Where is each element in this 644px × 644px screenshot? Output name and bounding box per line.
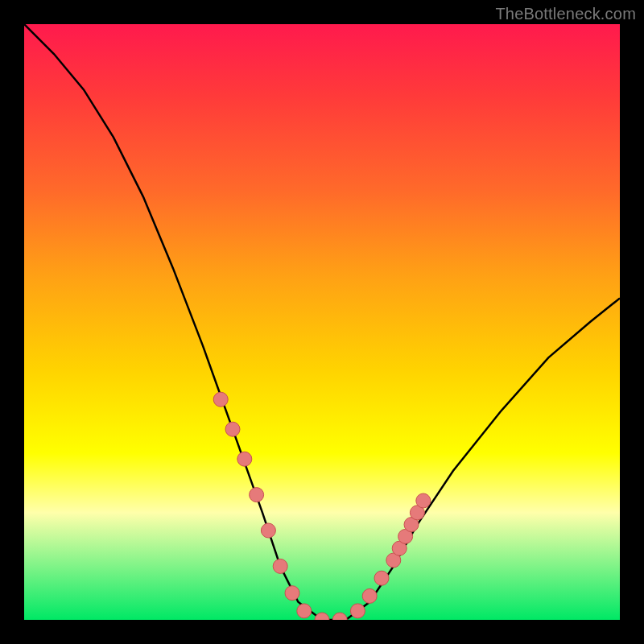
- data-point: [213, 392, 228, 407]
- data-point: [285, 586, 299, 601]
- chart-frame: TheBottleneck.com: [0, 0, 644, 644]
- data-point: [350, 604, 365, 618]
- data-point: [416, 493, 431, 508]
- data-point: [374, 571, 389, 585]
- plot-area: [24, 24, 620, 620]
- data-point: [332, 613, 347, 620]
- data-point: [297, 604, 312, 618]
- chart-svg: [24, 24, 620, 620]
- curve-layer: [24, 24, 620, 620]
- data-point: [315, 613, 329, 620]
- bottleneck-curve: [24, 24, 620, 620]
- data-point: [261, 523, 275, 538]
- data-point: [237, 452, 252, 466]
- data-point: [273, 559, 287, 573]
- watermark-text: TheBottleneck.com: [495, 5, 636, 23]
- data-point: [225, 422, 240, 436]
- data-point: [250, 488, 264, 502]
- markers-layer: [213, 392, 431, 620]
- data-point: [362, 588, 377, 603]
